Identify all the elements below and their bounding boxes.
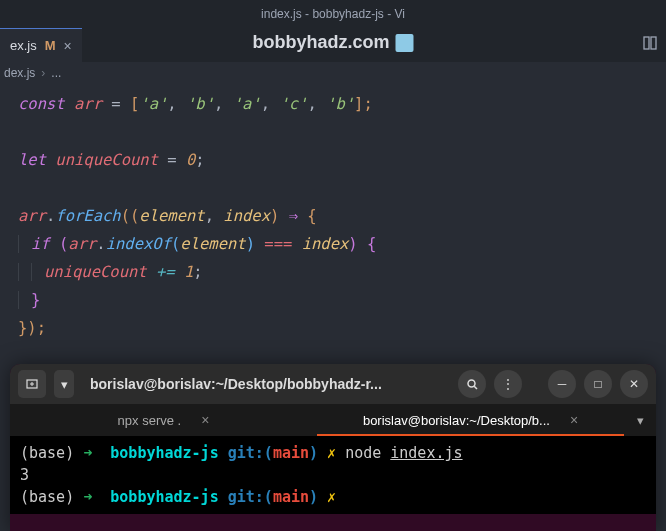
terminal-tab-label: npx serve . bbox=[118, 413, 182, 428]
terminal-tab-shell[interactable]: borislav@borislav:~/Desktop/b... × bbox=[317, 404, 624, 436]
terminal-tab-label: borislav@borislav:~/Desktop/b... bbox=[363, 413, 550, 428]
terminal-output: 3 bbox=[20, 464, 646, 486]
search-icon[interactable] bbox=[458, 370, 486, 398]
code-line: uniqueCount += 1; bbox=[18, 258, 666, 286]
close-icon[interactable]: × bbox=[64, 38, 72, 54]
code-line: let uniqueCount = 0; bbox=[18, 146, 666, 174]
code-line bbox=[18, 174, 666, 202]
close-icon[interactable]: × bbox=[570, 412, 578, 428]
watermark-text: bobbyhadz.com bbox=[252, 32, 389, 53]
terminal-title: borislav@borislav:~/Desktop/bobbyhadz-r.… bbox=[82, 376, 450, 392]
chevron-right-icon: › bbox=[41, 66, 45, 80]
minimize-button[interactable]: ─ bbox=[548, 370, 576, 398]
window-title: index.js - bobbyhadz-js - Vi bbox=[261, 7, 405, 21]
breadcrumb[interactable]: dex.js › ... bbox=[0, 62, 666, 84]
window-titlebar: index.js - bobbyhadz-js - Vi bbox=[0, 0, 666, 28]
terminal-line: (base) ➜ bobbyhadz-js git:(main) ✗ bbox=[20, 486, 646, 508]
editor-tabs: ex.js M × bobbyhadz.com bbox=[0, 28, 666, 62]
code-line: if (arr.indexOf(element) === index) { bbox=[18, 230, 666, 258]
more-icon[interactable] bbox=[642, 35, 658, 55]
code-editor[interactable]: const arr = ['a', 'b', 'a', 'c', 'b']; l… bbox=[0, 84, 666, 398]
terminal-titlebar: ▾ borislav@borislav:~/Desktop/bobbyhadz-… bbox=[10, 364, 656, 404]
svg-point-5 bbox=[468, 380, 475, 387]
terminal-body[interactable]: (base) ➜ bobbyhadz-js git:(main) ✗ node … bbox=[10, 436, 656, 514]
cube-icon bbox=[396, 34, 414, 52]
close-button[interactable]: ✕ bbox=[620, 370, 648, 398]
breadcrumb-file: dex.js bbox=[4, 66, 35, 80]
tab-modified-indicator: M bbox=[45, 38, 56, 53]
svg-rect-0 bbox=[644, 37, 649, 49]
terminal-line: (base) ➜ bobbyhadz-js git:(main) ✗ node … bbox=[20, 442, 646, 464]
code-line: const arr = ['a', 'b', 'a', 'c', 'b']; bbox=[18, 90, 666, 118]
maximize-button[interactable]: □ bbox=[584, 370, 612, 398]
code-line bbox=[18, 118, 666, 146]
editor-tab-indexjs[interactable]: ex.js M × bbox=[0, 28, 82, 62]
watermark: bobbyhadz.com bbox=[252, 32, 413, 53]
code-line: arr.forEach((element, index) ⇒ { bbox=[18, 202, 666, 230]
code-line: } bbox=[18, 286, 666, 314]
dropdown-button[interactable]: ▾ bbox=[54, 370, 74, 398]
svg-line-6 bbox=[474, 386, 477, 389]
terminal-tab-serve[interactable]: npx serve . × bbox=[10, 404, 317, 436]
terminal-tabs: npx serve . × borislav@borislav:~/Deskto… bbox=[10, 404, 656, 436]
new-tab-button[interactable] bbox=[18, 370, 46, 398]
tab-filename: ex.js bbox=[10, 38, 37, 53]
menu-icon[interactable]: ⋮ bbox=[494, 370, 522, 398]
svg-rect-1 bbox=[651, 37, 656, 49]
chevron-down-icon[interactable]: ▾ bbox=[624, 404, 656, 436]
code-line: }); bbox=[18, 314, 666, 342]
terminal-window: ▾ borislav@borislav:~/Desktop/bobbyhadz-… bbox=[10, 364, 656, 531]
close-icon[interactable]: × bbox=[201, 412, 209, 428]
breadcrumb-ellipsis: ... bbox=[51, 66, 61, 80]
